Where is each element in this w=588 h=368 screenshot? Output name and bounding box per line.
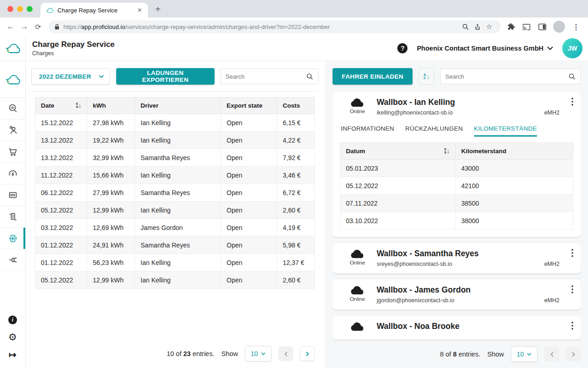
month-selector-button[interactable]: 2022 DEZEMBER — [31, 68, 110, 85]
charge-row[interactable]: 06.12.2022 27,99 kWh Samantha Reyes Open… — [35, 184, 315, 201]
charge-row[interactable]: 13.12.2022 32,99 kWh Samantha Reyes Open… — [35, 149, 315, 167]
column-header-datum[interactable]: Datum 09 ↓ — [340, 143, 456, 160]
tab-informationen[interactable]: INFORMATIONEN — [341, 125, 394, 137]
sidebar-item-monitoring[interactable] — [0, 98, 25, 120]
sidebar-item-impulse-analytics[interactable] — [0, 206, 25, 228]
cast-icon[interactable] — [520, 20, 533, 34]
lock-icon[interactable] — [54, 23, 60, 30]
page-size-select[interactable]: 10 — [245, 346, 271, 362]
sidebar-item-settings[interactable]: ⚙ — [0, 328, 25, 346]
reload-icon[interactable]: ⟳ — [31, 20, 45, 34]
tab-rueckzahlungen[interactable]: RÜCKZAHLUNGEN — [405, 125, 463, 137]
column-header-driver[interactable]: Driver — [135, 98, 221, 114]
charge-row[interactable]: 11.12.2022 15,66 kWh Ian Kelling Open 3,… — [35, 167, 315, 184]
minimize-window-button[interactable] — [17, 6, 23, 12]
drivers-search-input[interactable] — [445, 73, 569, 80]
page-size-select[interactable]: 10 — [511, 346, 537, 362]
sidebar-item-connector[interactable] — [0, 249, 25, 271]
sidebar-item-device-data[interactable] — [0, 184, 25, 206]
shopping-cart-icon — [7, 146, 18, 157]
search-in-page-icon[interactable] — [459, 23, 471, 30]
charges-search-input[interactable] — [226, 73, 306, 80]
column-header-kilometerstand[interactable]: Kilometerstand — [455, 143, 573, 160]
wallbox-card[interactable]: Wallbox - Noa Brooke — [333, 316, 581, 339]
back-icon[interactable]: ← — [4, 20, 17, 34]
card-menu-icon[interactable] — [571, 98, 573, 106]
charge-row[interactable]: 15.12.2022 27,98 kWh Ian Kelling Open 6,… — [35, 114, 315, 132]
app-header: Charge Repay Service Charges ? Phoenix C… — [26, 36, 588, 61]
card-menu-icon[interactable] — [571, 285, 573, 293]
km-row[interactable]: 05.12.2022 42100 — [340, 177, 573, 195]
charge-row[interactable]: 05.12.2022 12,99 kWh Ian Kelling Open 2,… — [35, 271, 315, 289]
column-header-costs[interactable]: Costs — [277, 98, 315, 114]
url-text[interactable]: https://app.proficloud.io/services/charg… — [63, 23, 459, 30]
alpha-sort-button[interactable]: AZ ↓ — [418, 68, 434, 85]
wallbox-cards-list: Online Wallbox - Ian Kelling ikelling@ph… — [333, 92, 581, 342]
wallbox-card[interactable]: Online Wallbox - Samantha Reyes sreyes@p… — [333, 243, 581, 273]
export-charges-button[interactable]: LADUNGEN EXPORTIEREN — [116, 68, 215, 85]
cell-kwh: 27,98 kWh — [87, 114, 135, 132]
prev-page-button[interactable] — [278, 346, 293, 361]
help-icon[interactable]: ? — [397, 43, 407, 53]
invite-driver-button[interactable]: FAHRER EINLADEN — [333, 68, 413, 85]
charge-row[interactable]: 03.12.2022 12,69 kWh James Gordon Open 4… — [35, 219, 315, 236]
user-avatar[interactable]: JW — [562, 38, 582, 58]
charges-header-row: Date 09 ↓ kWh Driver Export st — [35, 98, 315, 114]
sidebar-item-charge-repay-service[interactable] — [0, 228, 25, 249]
cell-costs: 12,37 € — [277, 254, 315, 271]
zoom-window-button[interactable] — [27, 6, 33, 12]
sidebar-item-store[interactable] — [0, 141, 25, 163]
charge-row[interactable]: 01.12.2022 56,23 kWh Ian Kelling Open 12… — [35, 254, 315, 271]
card-menu-icon[interactable] — [571, 249, 573, 257]
new-tab-button[interactable]: + — [155, 5, 161, 14]
column-header-kwh[interactable]: kWh — [87, 98, 135, 114]
cell-datum: 05.01.2023 — [340, 160, 456, 177]
drivers-search[interactable] — [440, 69, 581, 84]
sidebar-item-info[interactable]: i — [0, 311, 25, 328]
tab-kilometerstaende[interactable]: KILOMETERSTÄNDE — [474, 125, 537, 137]
close-tab-icon[interactable]: ✕ — [135, 6, 144, 14]
km-row[interactable]: 05.01.2023 43000 — [340, 160, 573, 177]
cell-driver: Ian Kelling — [135, 132, 221, 149]
extensions-puzzle-icon[interactable] — [504, 20, 517, 34]
numeric-sort-icon[interactable]: 09 ↓ — [76, 102, 81, 109]
wallbox-title: Wallbox - Noa Brooke — [377, 322, 459, 331]
side-panel-icon[interactable] — [536, 20, 548, 34]
sidebar-item-logout[interactable]: ↦ — [0, 346, 25, 363]
next-page-button[interactable] — [300, 346, 315, 361]
drivers-pagination: 8 of 8 entries. Show 10 — [333, 342, 581, 368]
address-bar[interactable]: https://app.proficloud.io/services/charg… — [49, 20, 501, 33]
browser-tab[interactable]: Charge Repay Service ✕ — [40, 3, 148, 17]
column-header-export-state[interactable]: Export state — [221, 98, 277, 114]
sidebar-item-energy-monitoring[interactable] — [0, 163, 25, 184]
window-controls[interactable] — [7, 6, 33, 12]
organization-name: Phoenix Contact Smart Business GmbH — [417, 45, 543, 52]
cell-export-state: Open — [221, 254, 277, 271]
km-row[interactable]: 03.10.2022 38000 — [340, 212, 573, 230]
charge-row[interactable]: 05.12.2022 12,99 kWh Ian Kelling Open 2,… — [35, 201, 315, 219]
browser-menu-icon[interactable]: ⋮ — [570, 20, 582, 34]
bookmark-star-icon[interactable]: ☆ — [483, 23, 495, 31]
next-page-button[interactable] — [566, 347, 581, 362]
numeric-sort-icon[interactable]: 09 ↓ — [444, 148, 450, 155]
charge-row[interactable]: 13.12.2022 19,22 kWh Ian Kelling Open 4,… — [35, 132, 315, 149]
forward-icon[interactable]: → — [17, 20, 31, 34]
cell-kwh: 12,69 kWh — [87, 219, 135, 236]
charge-row[interactable]: 01.12.2022 24,91 kWh Samantha Reyes Open… — [35, 236, 315, 254]
card-menu-icon[interactable] — [571, 322, 573, 330]
app-sidebar: i ⚙ ↦ — [0, 36, 26, 368]
column-header-date[interactable]: Date 09 ↓ — [35, 98, 87, 114]
organization-selector[interactable]: Phoenix Contact Smart Business GmbH — [417, 45, 553, 52]
search-icon — [306, 73, 313, 80]
charges-search[interactable] — [220, 69, 318, 84]
close-window-button[interactable] — [7, 6, 13, 12]
cell-date: 13.12.2022 — [35, 132, 87, 149]
wallbox-card[interactable]: Online Wallbox - James Gordon jgordon@ph… — [333, 279, 581, 310]
sidebar-item-proficloud-home[interactable] — [0, 61, 25, 98]
km-row[interactable]: 07.11.2022 38500 — [340, 195, 573, 212]
browser-profile-avatar[interactable] — [553, 21, 565, 33]
prev-page-button[interactable] — [544, 347, 559, 362]
share-icon[interactable] — [471, 23, 483, 30]
sidebar-item-user-management[interactable] — [0, 120, 25, 141]
wallbox-card-expanded[interactable]: Online Wallbox - Ian Kelling ikelling@ph… — [333, 92, 581, 237]
